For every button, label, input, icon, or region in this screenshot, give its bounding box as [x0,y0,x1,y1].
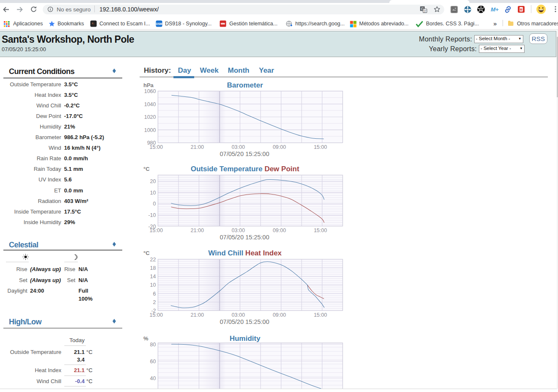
svg-text:2: 2 [153,299,156,305]
svg-text:15:00: 15:00 [150,312,163,318]
svg-text:07/05/20 15:25:00: 07/05/20 15:25:00 [220,318,269,325]
svg-text:14: 14 [150,274,156,280]
svg-text:15:00: 15:00 [150,144,163,150]
svg-text:10: 10 [150,282,156,288]
svg-text:21:00: 21:00 [191,228,204,233]
svg-text:1060: 1060 [144,88,156,94]
svg-text:15:00: 15:00 [150,228,163,233]
svg-text:09:00: 09:00 [273,144,286,150]
svg-text:18: 18 [150,265,156,271]
svg-text:03:00: 03:00 [232,312,245,318]
svg-text:03:00: 03:00 [232,144,245,150]
svg-text:03:00: 03:00 [232,228,245,233]
svg-text:10: 10 [150,190,156,196]
svg-text:21:00: 21:00 [191,144,204,150]
svg-text:hPa: hPa [143,82,154,88]
svg-text:Wind Chill Heat Index: Wind Chill Heat Index [208,249,282,257]
svg-text:Outside Temperature Dew Point: Outside Temperature Dew Point [191,165,300,173]
svg-text:40: 40 [150,376,156,381]
svg-text:60: 60 [150,359,156,365]
svg-text:1020: 1020 [144,114,156,120]
svg-text:15:00: 15:00 [314,312,327,318]
svg-text:-10: -10 [148,212,156,218]
svg-text:6: 6 [153,291,156,297]
svg-text:1000: 1000 [144,127,156,133]
svg-text:07/05/20 15:25:00: 07/05/20 15:25:00 [220,151,269,157]
svg-text:Barometer: Barometer [227,81,263,89]
svg-text:15:00: 15:00 [314,228,327,233]
svg-text:07/05/20 15:25:00: 07/05/20 15:25:00 [220,234,269,241]
svg-text:°C: °C [143,250,150,256]
svg-text:09:00: 09:00 [273,312,286,318]
svg-text:20: 20 [150,178,156,184]
svg-text:09:00: 09:00 [273,228,286,233]
svg-text:1040: 1040 [144,101,156,107]
svg-text:80: 80 [150,342,156,348]
svg-text:°C: °C [143,166,150,172]
svg-text:0: 0 [153,201,156,207]
svg-text:%: % [143,335,148,342]
svg-text:21:00: 21:00 [191,312,204,318]
svg-text:22: 22 [150,257,156,263]
svg-text:15:00: 15:00 [314,144,327,150]
svg-text:Humidity: Humidity [230,334,261,343]
